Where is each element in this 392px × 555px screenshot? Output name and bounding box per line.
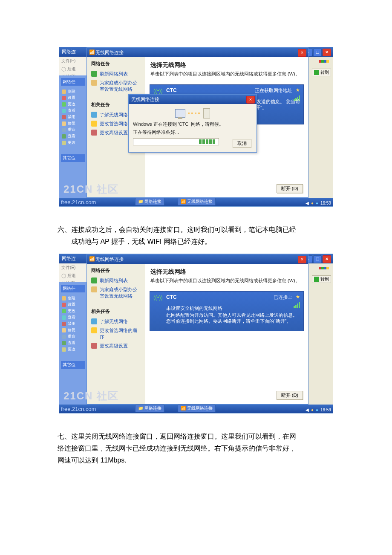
- sidebar-item[interactable]: 禁用: [68, 321, 75, 327]
- windows-flag-icon: [317, 57, 331, 66]
- monitor-icon: [175, 109, 185, 118]
- sidebar-item[interactable]: 重命: [68, 334, 75, 339]
- sidebar-item[interactable]: 更改: [68, 140, 75, 145]
- change-order-link[interactable]: 更改首选网络的顺序: [87, 326, 145, 341]
- tray-icon[interactable]: ●: [316, 408, 318, 412]
- sidebar-item[interactable]: 查看: [68, 315, 75, 320]
- menu-file[interactable]: 文件(E): [59, 263, 86, 272]
- taskbar-item[interactable]: 📶 无线网络连接: [178, 405, 216, 412]
- maximize-button[interactable]: □: [313, 49, 322, 56]
- progress-bar: [133, 138, 219, 145]
- sidebar-other-header: 其它位: [61, 361, 85, 369]
- tray-icon[interactable]: ◀: [306, 408, 309, 412]
- network-msg-frag1: 发送的信息。 您当前: [257, 98, 300, 105]
- explorer-sidebar: 网络任 创建 设置 更改 查看 禁用 修复 重命 查看 更改 其它位: [59, 75, 86, 198]
- screenshot-1: 网络连 - □ × 转到 文件(E) ◯ 后退 地址(D) 网络任 创建 设置 …: [59, 47, 333, 207]
- sidebar-item[interactable]: 创建: [68, 295, 75, 301]
- taskbar: free.21cn.com 📁 网络连接 📶 无线网络连接 ◀ ● ● 16:5…: [59, 198, 333, 206]
- sidebar-item[interactable]: 更改: [68, 101, 75, 107]
- tray-icon[interactable]: ◀: [306, 201, 309, 205]
- sidebar-item[interactable]: 设置: [68, 95, 75, 101]
- maximize-button[interactable]: □: [313, 255, 322, 263]
- disconnect-button[interactable]: 断开 (D): [277, 391, 303, 400]
- star-icon: ★: [296, 294, 300, 300]
- setup-home-link[interactable]: 为家庭或小型办公室设置无线网络: [87, 78, 145, 94]
- menu-file[interactable]: 文件(E): [59, 57, 86, 65]
- network-status: 已连接上: [274, 294, 292, 301]
- sidebar-item[interactable]: 修复: [68, 327, 75, 333]
- taskbar-item[interactable]: 📶 无线网络连接: [178, 198, 216, 205]
- close-button[interactable]: ×: [323, 255, 331, 263]
- goto-button[interactable]: 转到: [312, 69, 331, 76]
- tray-icon[interactable]: ●: [316, 201, 318, 205]
- goto-label: 转到: [320, 276, 329, 282]
- close-button[interactable]: ×: [298, 256, 306, 263]
- close-button[interactable]: ×: [246, 96, 255, 104]
- network-item-ctc[interactable]: ((•)) CTC 已连接上 ★ 未设置安全机制的无线网络 此网络配置为开放访问…: [150, 291, 304, 331]
- sidebar-item[interactable]: 创建: [68, 89, 75, 94]
- back-button[interactable]: 后退: [67, 273, 76, 278]
- taskbar-item[interactable]: 📁 网络连接: [135, 405, 164, 412]
- cancel-button[interactable]: 取消: [233, 139, 251, 148]
- antenna-icon: 📶: [89, 256, 95, 262]
- sidebar-item[interactable]: 禁用: [68, 114, 75, 120]
- sidebar-item[interactable]: 修复: [68, 121, 75, 126]
- sidebar-other-header: 其它位: [61, 154, 85, 162]
- refresh-icon: [91, 71, 97, 77]
- home-icon: [91, 286, 97, 292]
- sidebar-item[interactable]: 更改: [68, 347, 75, 352]
- refresh-link[interactable]: 刷新网络列表: [87, 276, 145, 285]
- home-icon: [91, 80, 97, 86]
- sidebar-item[interactable]: 设置: [68, 302, 75, 307]
- choose-subtext: 单击以下列表中的项目以连接到区域内的无线网络或获得更多信息 (W)。: [145, 278, 308, 287]
- taskbar-item[interactable]: 📁 网络连接: [135, 198, 164, 205]
- wireless-title: 无线网络连接: [95, 49, 124, 56]
- sidebar-header: 网络任: [61, 78, 85, 86]
- paragraph-six: 六、连接成功之后，会自动关闭连接窗口。这时我们可以看到，笔记本电脑已经 成功地与…: [58, 224, 334, 248]
- link-label: 了解无线网络: [100, 112, 128, 118]
- choose-header: 选择无线网络: [145, 264, 308, 278]
- learn-link[interactable]: 了解无线网络: [87, 317, 145, 326]
- back-button[interactable]: 后退: [67, 66, 76, 71]
- advanced-link[interactable]: 更改高级设置: [87, 341, 145, 350]
- refresh-link[interactable]: 刷新网络列表: [87, 69, 145, 78]
- antenna-icon: ((•)): [153, 87, 163, 94]
- close-button[interactable]: ×: [323, 49, 331, 56]
- refresh-icon: [91, 278, 97, 283]
- system-tray: ◀ ● ● 16:59: [306, 408, 331, 412]
- tray-icon[interactable]: ●: [311, 201, 314, 205]
- tray-clock: 16:59: [320, 201, 331, 205]
- goto-button[interactable]: 转到: [312, 275, 331, 283]
- choose-subtext: 单击以下列表中的项目以连接到区域内的无线网络或获得更多信息 (W)。: [145, 71, 308, 81]
- link-label: 为家庭或小型办公室设置无线网络: [100, 80, 141, 92]
- link-label: 刷新网络列表: [100, 71, 128, 77]
- tray-clock: 16:59: [320, 408, 331, 412]
- arrow-right-icon: [314, 277, 319, 282]
- info-icon: [91, 318, 97, 324]
- close-button[interactable]: ×: [298, 49, 306, 57]
- network-msg-frag2: 开”。: [256, 104, 267, 111]
- sidebar-item[interactable]: 查看: [68, 340, 75, 346]
- link-label: 了解无线网络: [100, 318, 128, 325]
- star-icon: ★: [296, 87, 300, 93]
- dots-icon: [188, 113, 201, 114]
- sidebar-header: 网络任: [61, 285, 85, 292]
- link-label: 刷新网络列表: [100, 278, 128, 284]
- outer-title: 网络连: [62, 49, 76, 55]
- dialog-graphic: [133, 107, 252, 121]
- sidebar-item[interactable]: 更改: [68, 308, 75, 314]
- wireless-window: 📶 无线网络连接 × 网络任务 刷新网络列表 为家庭或小型办公室设置无线网络 相…: [86, 254, 308, 405]
- network-status: 正在获取网络地址: [255, 87, 292, 94]
- antenna-icon: ((•)): [153, 294, 163, 301]
- tray-icon[interactable]: ●: [311, 408, 314, 412]
- sidebar-item[interactable]: 查看: [68, 108, 75, 113]
- dialog-titlebar: 无线网络连接 ×: [129, 95, 257, 104]
- windows-flag-icon: [317, 264, 331, 272]
- antenna-icon: 📶: [89, 49, 95, 55]
- setup-home-link[interactable]: 为家庭或小型办公室设置无线网络: [87, 285, 145, 301]
- sidebar-item[interactable]: 重命: [68, 127, 75, 133]
- wireless-titlebar: 📶 无线网络连接 ×: [87, 254, 308, 264]
- sidebar-item[interactable]: 查看: [68, 133, 75, 139]
- disconnect-button[interactable]: 断开 (D): [277, 184, 303, 193]
- watermark-text: 21CN 社区: [63, 389, 119, 403]
